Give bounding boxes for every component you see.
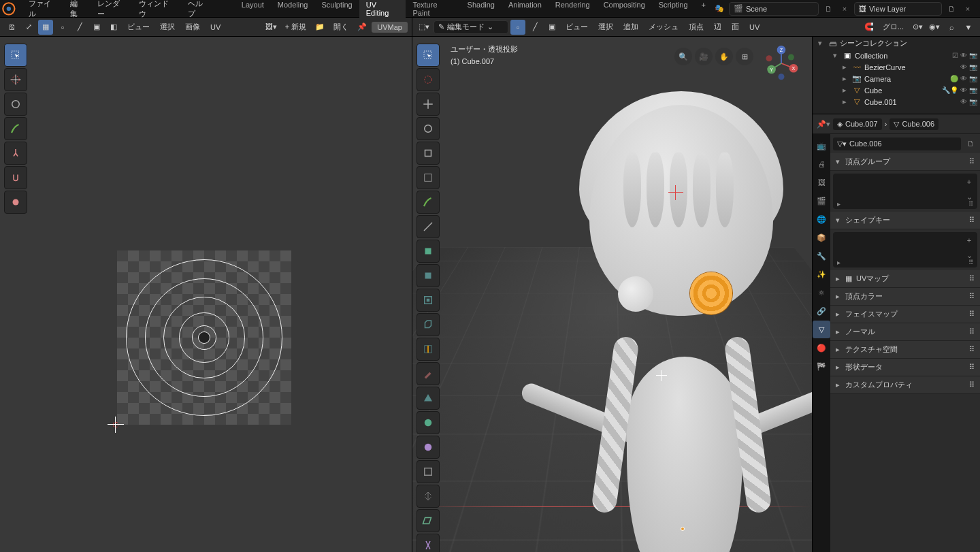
panel-shape-keys[interactable]: ▾シェイプキー⠿: [830, 212, 980, 229]
uv-menu-image[interactable]: 画像: [181, 20, 204, 34]
vp-menu-vertex[interactable]: 頂点: [685, 20, 708, 34]
disclosure-icon[interactable]: ▸: [843, 74, 849, 83]
drag-icon[interactable]: ⠿: [968, 259, 973, 266]
scene-new-icon[interactable]: 🗋: [821, 2, 835, 16]
ptab-world[interactable]: 🌐: [813, 210, 830, 228]
pin-icon[interactable]: 📌▾: [817, 117, 830, 131]
mesh-name-input[interactable]: ▽▾ Cube.006: [833, 137, 961, 150]
tool-grab[interactable]: [4, 166, 27, 189]
vp-menu-add[interactable]: 追加: [619, 20, 642, 34]
camera-view-icon[interactable]: 🎥: [695, 48, 713, 65]
outliner-toggles[interactable]: 🔧💡 👁 📷: [942, 86, 977, 94]
drag-icon[interactable]: ⠿: [969, 345, 975, 354]
vp-tool-extrude[interactable]: [416, 264, 440, 287]
ptab-constraint[interactable]: 🔗: [813, 302, 830, 320]
vp-menu-face[interactable]: 面: [728, 20, 743, 34]
vp-tool-rip[interactable]: [416, 534, 440, 552]
panel-face-maps[interactable]: ▸フェイスマップ⠿: [830, 306, 980, 323]
panel-texture-space[interactable]: ▸テクスチャ空間⠿: [830, 341, 980, 359]
disclosure-icon[interactable]: ▸: [843, 97, 849, 106]
drag-icon[interactable]: ⠿: [969, 363, 975, 372]
vp-tool-bevel[interactable]: [416, 313, 440, 336]
magnet-icon[interactable]: 🧲: [862, 20, 877, 35]
uv-menu-uv[interactable]: UV: [206, 21, 225, 33]
outliner-toggles[interactable]: 👁 📷: [960, 63, 977, 71]
ptab-modifier[interactable]: 🔧: [813, 247, 830, 265]
vp-editor-type-icon[interactable]: ⬚▾: [416, 20, 431, 35]
vp-tool-loopcut[interactable]: [416, 338, 440, 361]
outliner-item[interactable]: ▸ ▽ Cube 🔧💡 👁 📷: [813, 84, 980, 96]
play-icon[interactable]: ▸: [837, 259, 840, 266]
vp-tool-addcube[interactable]: [416, 240, 440, 263]
play-icon[interactable]: ▸: [837, 200, 840, 208]
zoom-icon[interactable]: 🔍: [674, 48, 692, 65]
disclosure-icon[interactable]: ▸: [843, 63, 849, 71]
vertex-groups-list[interactable]: +⌄ ▸⠿: [833, 174, 977, 209]
scene-input[interactable]: [746, 5, 814, 13]
vp-menu-edge[interactable]: 辺: [710, 20, 725, 34]
vp-tool-annotate[interactable]: [416, 191, 440, 214]
outliner-toggles[interactable]: 🟢 👁 📷: [950, 75, 977, 82]
folder-icon[interactable]: 📁: [312, 20, 327, 35]
outliner-item[interactable]: ▸ 📷 Camera 🟢 👁 📷: [813, 73, 980, 84]
ptab-material[interactable]: 🔴: [813, 339, 830, 357]
pin-icon[interactable]: 📌: [355, 20, 370, 35]
add-button[interactable]: +: [962, 175, 976, 189]
outliner-item[interactable]: ▸ 〰 BezierCurve 👁 📷: [813, 61, 980, 73]
vp-tool-shrink[interactable]: [416, 485, 440, 508]
scene-field[interactable]: 🎬: [729, 2, 819, 16]
ptab-physics[interactable]: ⚛: [813, 284, 830, 302]
ptab-texture[interactable]: 🏁: [813, 357, 830, 375]
ptab-render[interactable]: 📺: [813, 137, 830, 155]
drag-icon[interactable]: ⠿: [969, 274, 975, 283]
uv-selmode-edge-icon[interactable]: ╱: [72, 20, 87, 35]
viewlayer-delete-icon[interactable]: ×: [961, 2, 975, 16]
viewlayer-input[interactable]: [869, 5, 937, 13]
crumb-mesh[interactable]: ▽Cube.006: [889, 118, 938, 130]
selmode-vert-icon[interactable]: ▫: [510, 20, 525, 35]
outliner-root[interactable]: ▾ 🗃 シーンコレクション: [813, 37, 980, 50]
disclosure-icon[interactable]: ▾: [818, 39, 825, 48]
drag-icon[interactable]: ⠿: [969, 327, 975, 336]
viewlayer-field[interactable]: 🖼: [854, 2, 942, 16]
uvmap-field[interactable]: UVMap: [372, 22, 408, 33]
vp-menu-mesh[interactable]: メッシュ: [644, 20, 683, 34]
vp-tool-edgeslide[interactable]: [416, 460, 440, 483]
panel-vertex-groups[interactable]: ▾頂点グループ⠿: [830, 153, 980, 171]
vp-tool-measure[interactable]: [416, 215, 440, 238]
tool-pinch[interactable]: [4, 191, 27, 214]
vp-menu-uv[interactable]: UV: [745, 21, 764, 33]
panel-uv-maps[interactable]: ▸▦UVマップ⠿: [830, 270, 980, 288]
tool-rip[interactable]: [4, 142, 27, 165]
pan-icon[interactable]: ✋: [715, 48, 733, 65]
ptab-scene[interactable]: 🎬: [813, 192, 830, 210]
uv-tool-icon[interactable]: ⤢: [21, 20, 36, 35]
disclosure-icon[interactable]: ▾: [833, 51, 840, 60]
image-new-button[interactable]: + 新規: [281, 20, 311, 34]
outliner-item[interactable]: ▸ ▽ Cube.001 👁 📷: [813, 96, 980, 108]
ptab-output[interactable]: 🖨: [813, 155, 830, 173]
drag-icon[interactable]: ⠿: [969, 157, 975, 166]
disclosure-icon[interactable]: ▸: [843, 86, 849, 95]
ptab-particle[interactable]: ✨: [813, 265, 830, 283]
vp-tool-rotate[interactable]: [416, 117, 440, 140]
crumb-object[interactable]: ◈Cube.007: [833, 118, 882, 130]
image-open-button[interactable]: 開く: [329, 20, 353, 34]
vp-tool-spin[interactable]: [416, 411, 440, 434]
drag-icon[interactable]: ⠿: [969, 380, 975, 389]
panel-custom-props[interactable]: ▸カスタムプロパティ⠿: [830, 376, 980, 394]
uv-sticky-icon[interactable]: ◧: [106, 20, 121, 35]
nav-gizmo[interactable]: Z X Y: [763, 45, 800, 82]
drag-icon[interactable]: ⠿: [969, 310, 975, 319]
shape-keys-list[interactable]: +⌄ ▸⠿: [833, 232, 977, 267]
outliner-collection[interactable]: ▾ ▣ Collection ☑ 👁 📷: [813, 50, 980, 61]
viewport-3d[interactable]: ユーザー・透視投影 (1) Cube.007 🔍 🎥 ✋ ⊞ Z X Y: [412, 37, 813, 552]
uv-editor[interactable]: [0, 37, 412, 552]
pivot-icon[interactable]: ⊙▾: [910, 20, 925, 35]
orientation-field[interactable]: グロ...: [879, 20, 908, 34]
uv-selmode-vert-icon[interactable]: ▫: [55, 20, 70, 35]
perspective-icon[interactable]: ⊞: [736, 48, 753, 65]
uv-menu-select[interactable]: 選択: [156, 20, 179, 34]
tool-move[interactable]: [4, 93, 27, 116]
scene-browse-icon[interactable]: 🎭: [713, 2, 726, 16]
